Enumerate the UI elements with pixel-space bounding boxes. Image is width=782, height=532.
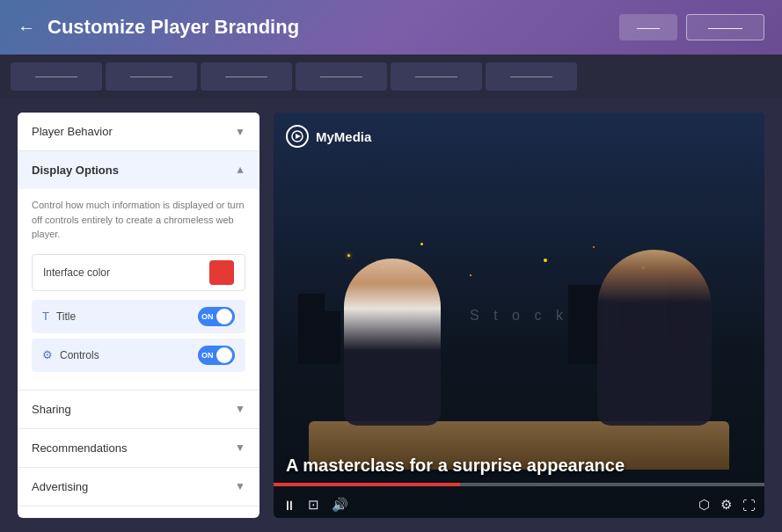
display-options-body: Control how much information is displaye… <box>18 189 259 390</box>
controls-toggle-row: ⚙ Controls ON <box>32 339 245 372</box>
play-pause-button[interactable]: ⏸ <box>282 498 296 513</box>
player-behavior-section[interactable]: Player Behavior ▼ <box>18 113 259 151</box>
title-icon: T <box>42 310 49 323</box>
logo-text: MyMedia <box>316 129 371 144</box>
page-title: Customize Player Branding <box>48 16 299 39</box>
logo-icon <box>286 125 309 148</box>
progress-bar-fill <box>274 483 460 486</box>
sharing-section[interactable]: Sharing ▼ <box>18 390 259 429</box>
controls-toggle-left: ⚙ Controls <box>42 348 99 361</box>
recommendations-section[interactable]: Recommendations ▼ <box>18 429 259 468</box>
controls-toggle-switch[interactable]: ON <box>198 346 235 365</box>
header-action-button-2[interactable]: ——— <box>686 14 764 40</box>
volume-button[interactable]: 🔊 <box>332 497 348 513</box>
display-options-header[interactable]: Display Options ▼ <box>18 151 259 189</box>
title-toggle-label: Title <box>56 310 76 323</box>
display-options-chevron: ▼ <box>235 164 245 177</box>
progress-bar-track[interactable] <box>274 483 764 486</box>
sharing-label: Sharing <box>32 403 71 416</box>
display-options-label: Display Options <box>32 164 119 177</box>
player-behavior-chevron: ▼ <box>235 126 245 138</box>
person-right <box>597 250 712 426</box>
light-5 <box>544 259 547 262</box>
tab-4[interactable]: ———— <box>296 62 387 91</box>
tab-3[interactable]: ———— <box>201 62 292 91</box>
recommendations-label: Recommendations <box>32 441 127 455</box>
interface-color-label: Interface color <box>43 266 110 279</box>
share-button[interactable]: ⬡ <box>698 497 710 513</box>
advertising-label: Advertising <box>32 480 88 493</box>
settings-button[interactable]: ⚙ <box>720 497 732 513</box>
title-toggle-state: ON <box>201 312 214 321</box>
tab-2[interactable]: ———— <box>106 62 197 91</box>
header-action-button-1[interactable]: —— <box>619 14 677 40</box>
title-toggle-switch[interactable]: ON <box>198 307 235 326</box>
light-6 <box>593 246 595 248</box>
title-toggle-row: T Title ON <box>32 300 245 333</box>
building-1 <box>298 294 325 364</box>
title-toggle-left: T Title <box>42 310 76 323</box>
advertising-chevron: ▼ <box>235 480 245 492</box>
sharing-chevron: ▼ <box>235 403 245 415</box>
tab-bar: ———— ———— ———— ———— ———— ———— <box>0 55 782 98</box>
person-left <box>344 259 441 426</box>
display-options-description: Control how much information is displaye… <box>32 198 245 242</box>
display-options-section: Display Options ▼ Control how much infor… <box>18 151 259 390</box>
tab-1[interactable]: ———— <box>11 62 102 91</box>
controls-icon: ⚙ <box>42 348 53 361</box>
screen-button[interactable]: ⊡ <box>308 497 319 513</box>
building-2 <box>323 311 340 364</box>
video-scene: S t o c k MyMedia A masterclass for a su… <box>274 113 764 518</box>
light-1 <box>347 254 350 257</box>
interface-color-swatch[interactable] <box>209 260 234 285</box>
light-4 <box>470 274 471 276</box>
controls-toggle-state: ON <box>201 351 214 360</box>
video-container: S t o c k MyMedia A masterclass for a su… <box>274 113 764 518</box>
interface-color-row: Interface color <box>32 254 245 291</box>
right-panel: S t o c k MyMedia A masterclass for a su… <box>274 113 764 518</box>
controls-toggle-label: Controls <box>60 349 99 361</box>
tab-5[interactable]: ———— <box>391 62 482 91</box>
recommendations-chevron: ▼ <box>235 441 245 454</box>
svg-marker-1 <box>296 134 301 139</box>
fullscreen-button[interactable]: ⛶ <box>742 498 756 513</box>
logo-svg <box>291 130 303 142</box>
controls-right: ⬡ ⚙ ⛶ <box>698 497 756 513</box>
header: ← Customize Player Branding —— ——— <box>0 0 782 55</box>
light-3 <box>420 243 423 245</box>
player-controls: ⏸ ⊡ 🔊 ⬡ ⚙ ⛶ <box>282 497 756 513</box>
player-logo: MyMedia <box>286 125 371 148</box>
left-panel: Player Behavior ▼ Display Options ▼ Cont… <box>18 113 259 518</box>
main-content: Player Behavior ▼ Display Options ▼ Cont… <box>0 98 782 532</box>
back-button[interactable]: ← <box>18 18 35 38</box>
controls-left: ⏸ ⊡ 🔊 <box>282 497 348 513</box>
advertising-section[interactable]: Advertising ▼ <box>18 468 259 506</box>
header-right: —— ——— <box>619 14 764 40</box>
header-left: ← Customize Player Branding <box>18 16 299 39</box>
player-behavior-label: Player Behavior <box>32 125 113 138</box>
video-title-overlay: A masterclass for a surprise appearance <box>286 455 752 476</box>
tab-6[interactable]: ———— <box>486 62 577 91</box>
